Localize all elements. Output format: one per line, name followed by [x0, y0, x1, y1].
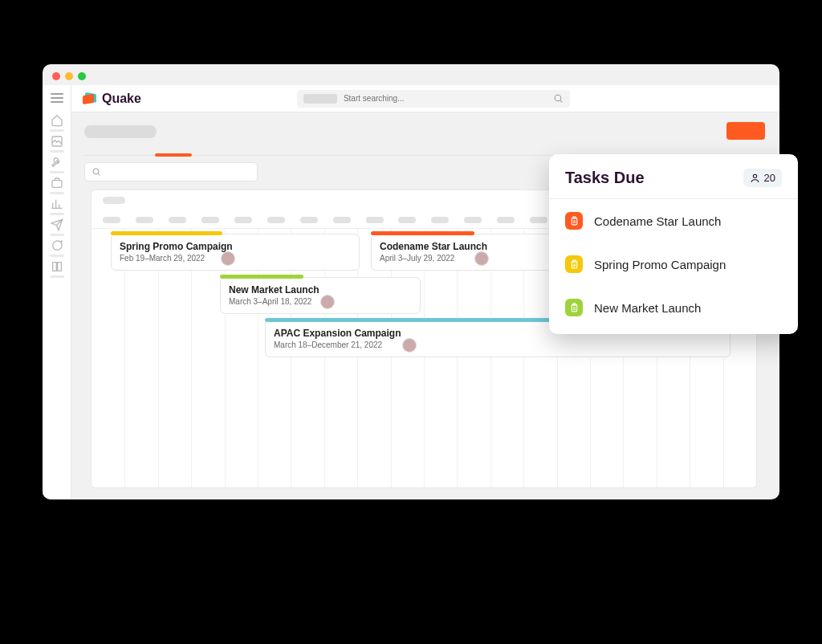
avatar[interactable] — [221, 251, 235, 266]
chat-icon — [51, 239, 63, 252]
tasks-due-item[interactable]: Codename Star Launch — [565, 199, 782, 243]
minimize-icon[interactable] — [65, 72, 73, 80]
task-title: New Market Launch — [229, 284, 412, 296]
tasks-due-item-label: Codename Star Launch — [594, 214, 721, 228]
task-dates: Feb 19–March 29, 2022 — [120, 254, 351, 263]
nav-book[interactable] — [50, 260, 64, 278]
svg-point-3 — [93, 169, 99, 174]
logo-icon — [83, 93, 97, 104]
app-name: Quake — [102, 92, 141, 106]
image-icon — [51, 135, 63, 148]
avatar[interactable] — [474, 251, 489, 266]
window-controls — [52, 72, 86, 80]
nav-send[interactable] — [50, 218, 64, 236]
hamburger-icon[interactable] — [51, 93, 63, 103]
svg-point-2 — [555, 95, 561, 101]
clipboard-icon — [565, 255, 583, 273]
tasks-due-count[interactable]: 20 — [743, 169, 782, 187]
svg-point-4 — [753, 174, 756, 177]
task-dates: March 18–December 21, 2022 — [274, 340, 722, 349]
timeline-task[interactable]: New Market Launch March 3–April 18, 2022 — [220, 277, 421, 314]
bar-chart-icon — [51, 198, 63, 210]
svg-rect-1 — [52, 181, 62, 188]
tasks-due-item-label: New Market Launch — [594, 301, 701, 315]
task-dates: April 3–July 29, 2022 — [380, 254, 563, 263]
tasks-due-count-value: 20 — [764, 172, 775, 184]
wrench-icon — [51, 156, 63, 169]
nav-reports[interactable] — [50, 198, 64, 215]
timeline-task[interactable]: Spring Promo Campaign Feb 19–March 29, 2… — [111, 234, 360, 271]
top-bar: Quake — [71, 85, 779, 112]
search-icon — [92, 167, 101, 177]
page-title-placeholder — [84, 125, 157, 138]
filter-row — [84, 162, 258, 181]
avatar[interactable] — [402, 338, 417, 353]
task-title: Codename Star Launch — [380, 241, 563, 252]
page-header — [84, 120, 770, 156]
avatar[interactable] — [320, 295, 335, 309]
search-input[interactable] — [344, 94, 547, 103]
app-logo[interactable]: Quake — [83, 92, 141, 106]
task-title: Spring Promo Campaign — [120, 241, 351, 252]
book-icon — [51, 260, 63, 273]
nav-home[interactable] — [50, 114, 64, 132]
tasks-due-title: Tasks Due — [565, 169, 645, 187]
nav-image[interactable] — [50, 135, 64, 153]
nav-tools[interactable] — [50, 156, 64, 173]
active-tab-indicator — [155, 153, 192, 157]
tasks-due-card: Tasks Due 20 Codename Star Launch Spring… — [549, 154, 798, 334]
tasks-due-item[interactable]: Spring Promo Campaign — [565, 243, 782, 286]
nav-chat[interactable] — [50, 239, 64, 257]
briefcase-icon — [51, 177, 63, 190]
send-icon — [51, 218, 63, 231]
left-nav-rail — [43, 85, 71, 499]
search-icon — [553, 93, 564, 104]
timeline-task[interactable]: Codename Star Launch April 3–July 29, 20… — [371, 234, 572, 271]
person-icon — [750, 173, 760, 183]
close-icon[interactable] — [52, 72, 60, 80]
home-icon — [51, 114, 63, 127]
timeline-search[interactable] — [84, 162, 258, 181]
global-search[interactable] — [297, 90, 570, 108]
tasks-due-item-label: Spring Promo Campaign — [594, 258, 726, 271]
primary-action-button[interactable] — [726, 122, 765, 140]
nav-briefcase[interactable] — [50, 177, 64, 194]
clipboard-icon — [565, 299, 583, 316]
tasks-due-item[interactable]: New Market Launch — [565, 286, 782, 329]
maximize-icon[interactable] — [78, 72, 86, 80]
search-filter-chip[interactable] — [303, 94, 337, 104]
clipboard-icon — [565, 212, 583, 230]
